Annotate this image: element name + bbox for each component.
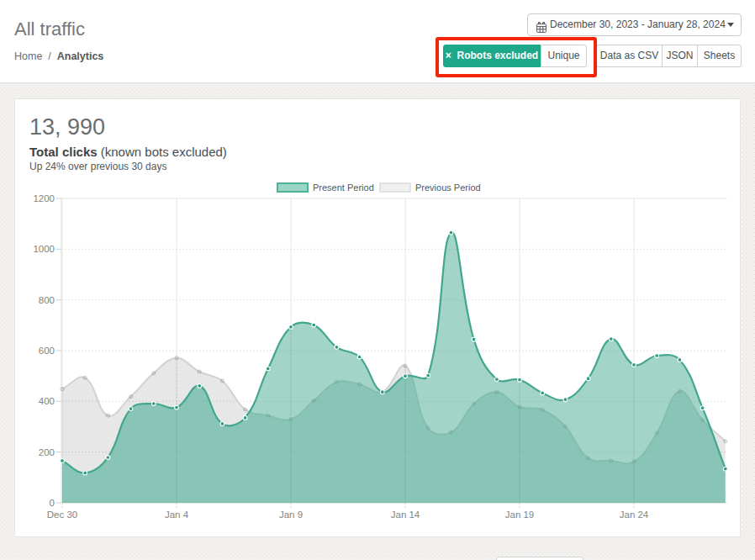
svg-text:400: 400 — [39, 396, 55, 406]
svg-text:600: 600 — [39, 346, 55, 356]
svg-text:Jan 4: Jan 4 — [165, 510, 189, 520]
svg-text:0: 0 — [50, 498, 55, 508]
svg-text:Dec 30: Dec 30 — [47, 510, 77, 520]
svg-text:200: 200 — [39, 447, 55, 457]
svg-text:1000: 1000 — [33, 244, 55, 254]
svg-text:800: 800 — [39, 295, 55, 305]
svg-text:Jan 9: Jan 9 — [279, 510, 303, 520]
svg-text:Jan 14: Jan 14 — [391, 510, 420, 520]
svg-text:1200: 1200 — [33, 193, 55, 203]
svg-text:Jan 19: Jan 19 — [505, 510, 535, 520]
svg-text:Jan 24: Jan 24 — [620, 510, 649, 520]
